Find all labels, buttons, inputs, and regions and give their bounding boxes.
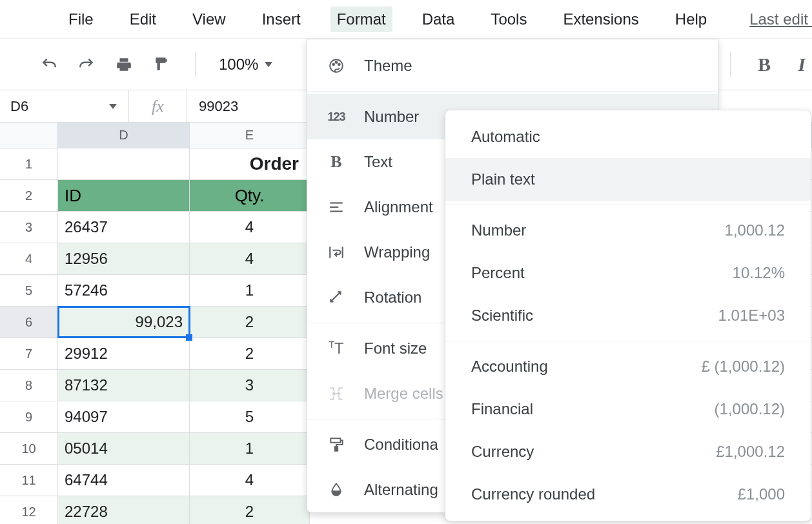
cell[interactable]: Order [190, 148, 310, 179]
cell[interactable]: 87132 [58, 370, 190, 401]
submenu-item[interactable]: Scientific1.01E+03 [445, 294, 811, 337]
cell[interactable]: 5 [190, 401, 310, 432]
cell[interactable]: 64744 [58, 465, 190, 496]
menu-edit[interactable]: Edit [123, 6, 163, 32]
cell[interactable]: 26437 [58, 212, 190, 243]
submenu-label: Plain text [471, 170, 535, 188]
cell[interactable]: 4 [190, 243, 310, 274]
cell[interactable]: 2 [190, 338, 310, 369]
row-header[interactable]: 9 [0, 401, 58, 432]
paint-format-button[interactable] [151, 54, 172, 75]
submenu-item[interactable]: Financial(1,000.12) [445, 388, 811, 430]
print-button[interactable] [114, 54, 134, 75]
toolbar-divider [730, 52, 731, 77]
submenu-example: £1,000.12 [716, 443, 785, 461]
menu-help[interactable]: Help [669, 6, 713, 32]
submenu-item[interactable]: Percent10.12% [445, 252, 811, 294]
submenu-item[interactable]: Currency£1,000.12 [445, 430, 811, 473]
svg-point-2 [336, 61, 338, 63]
menu-tools[interactable]: Tools [484, 6, 533, 32]
submenu-label: Percent [471, 264, 525, 282]
row-header[interactable]: 8 [0, 370, 58, 401]
row-header[interactable]: 5 [0, 275, 58, 306]
menu-label: Alternating [364, 481, 438, 499]
formula-input[interactable]: 99023 [187, 98, 238, 115]
submenu-example: 1,000.12 [725, 221, 785, 239]
bold-button[interactable]: B [754, 54, 775, 75]
cell[interactable]: ID [58, 180, 190, 211]
select-all-corner[interactable] [0, 123, 58, 148]
name-box[interactable]: D6 [0, 90, 129, 122]
svg-point-1 [332, 63, 334, 65]
cell[interactable]: 1 [190, 433, 310, 464]
submenu-example: (1,000.12) [715, 400, 785, 418]
menu-label: Theme [364, 57, 412, 75]
submenu-label: Accounting [471, 358, 548, 376]
menu-format[interactable]: Format [330, 6, 392, 32]
menu-extensions[interactable]: Extensions [556, 6, 645, 32]
submenu-label: Currency rounded [471, 485, 595, 503]
menu-label: Text [364, 153, 392, 171]
row-header[interactable]: 12 [0, 496, 58, 524]
submenu-example: £ (1,000.12) [702, 358, 785, 376]
submenu-example: 10.12% [733, 264, 785, 282]
row-header[interactable]: 7 [0, 338, 58, 369]
cell[interactable] [58, 148, 190, 179]
number-123-icon: 123 [327, 110, 346, 124]
submenu-item[interactable]: Accounting£ (1,000.12) [445, 345, 811, 388]
cell[interactable]: 2 [190, 496, 310, 524]
menu-file[interactable]: File [62, 6, 100, 32]
submenu-item-automatic[interactable]: Automatic [445, 116, 811, 158]
cell-reference: D6 [10, 98, 28, 115]
menu-separator [445, 341, 811, 341]
row-header[interactable]: 2 [0, 180, 58, 211]
submenu-item[interactable]: Number1,000.12 [445, 209, 811, 252]
svg-rect-10 [335, 447, 338, 451]
cell[interactable]: 2 [190, 307, 310, 338]
menu-label: Rotation [364, 288, 421, 307]
row-header[interactable]: 11 [0, 465, 58, 496]
submenu-label: Financial [471, 400, 533, 418]
merge-icon [327, 385, 346, 402]
submenu-item-plain-text[interactable]: Plain text [445, 158, 811, 201]
zoom-dropdown[interactable]: 100% [219, 55, 272, 74]
row-header[interactable]: 10 [0, 433, 58, 464]
cell[interactable]: 4 [190, 465, 310, 496]
menu-data[interactable]: Data [416, 6, 462, 32]
row-header[interactable]: 4 [0, 243, 58, 274]
cell[interactable]: 12956 [58, 243, 190, 274]
cell[interactable]: 29912 [58, 338, 190, 369]
menu-separator [445, 205, 811, 205]
rotation-icon [327, 289, 346, 306]
cell[interactable]: 57246 [58, 275, 190, 306]
cell[interactable]: 94097 [58, 401, 190, 432]
submenu-item[interactable]: Currency rounded£1,000 [445, 473, 811, 516]
cell[interactable]: 1 [190, 275, 310, 306]
italic-button[interactable]: I [791, 54, 812, 75]
number-format-submenu: Automatic Plain text Number1,000.12Perce… [445, 110, 811, 521]
menu-item-theme[interactable]: Theme [307, 43, 718, 88]
col-header-D[interactable]: D [58, 123, 190, 148]
wrap-icon [327, 244, 346, 261]
cell[interactable]: 22728 [58, 496, 190, 524]
menu-view[interactable]: View [186, 6, 232, 32]
row-header[interactable]: 3 [0, 212, 58, 243]
cell[interactable]: Qty. [190, 180, 310, 211]
menu-label: Alignment [364, 198, 433, 216]
align-icon [327, 199, 346, 216]
cell[interactable]: 99,023 [58, 307, 190, 338]
row-header[interactable]: 1 [0, 148, 58, 179]
cell[interactable]: 3 [190, 370, 310, 401]
last-edit-link[interactable]: Last edit was se [749, 10, 812, 28]
submenu-label: Scientific [471, 307, 533, 325]
cell[interactable]: 4 [190, 212, 310, 243]
undo-button[interactable] [39, 54, 59, 75]
row-header[interactable]: 6 [0, 307, 58, 338]
menu-insert[interactable]: Insert [256, 6, 307, 32]
col-header-E[interactable]: E [190, 123, 310, 148]
menu-label: Wrapping [364, 243, 430, 261]
submenu-label: Automatic [471, 128, 540, 146]
menu-label: Font size [364, 339, 427, 358]
cell[interactable]: 05014 [58, 433, 190, 464]
redo-button[interactable] [76, 54, 97, 75]
